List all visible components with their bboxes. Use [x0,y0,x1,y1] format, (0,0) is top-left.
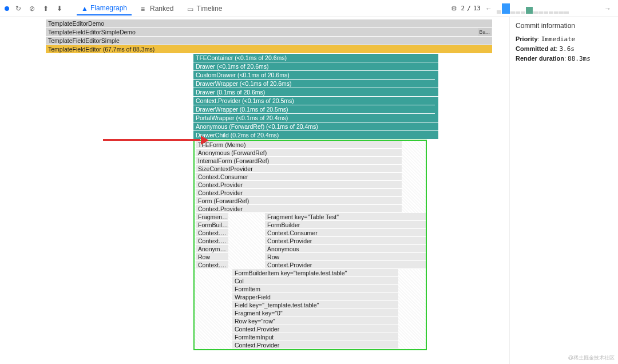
render-label: Render duration [516,55,564,62]
prev-arrow-icon[interactable]: ← [483,5,494,13]
flame-label: TemplateFieldEditorSimpleDemo [48,29,136,35]
flame-bar[interactable]: InternalForm (ForwardRef) [196,157,402,165]
tab-ranked[interactable]: ≡ Ranked [136,2,178,15]
flame-bar[interactable]: Context.Provider [232,325,398,333]
flame-bar[interactable]: Anonymous (ForwardRef) (<0.1ms of 20.4ms… [193,122,438,130]
flame-stubs [435,74,438,118]
flame-bar[interactable]: Context.Provider [196,189,402,197]
flame-bar[interactable]: Form (ForwardRef) [196,197,402,205]
flame-bar[interactable]: FormBuilderItem key="template.test.table… [232,269,398,277]
flame-bar[interactable]: DrawerWrapper (<0.1ms of 20.6ms) [193,80,438,88]
flame-bar[interactable]: Context.Provider [196,181,402,189]
commit-counter-current: 2 [461,5,465,12]
tab-timeline[interactable]: ▭ Timeline [183,2,227,15]
flamegraph-icon: ▲ [81,5,88,11]
flame-bar[interactable]: Col [232,277,398,285]
render-value: 88.3ms [568,55,591,62]
flame-bar[interactable]: Row key="row" [232,317,398,325]
flame-bar[interactable]: Context.Pr... [196,261,228,269]
upload-icon[interactable]: ⬆ [41,4,50,13]
tab-label-flamegraph: Flamegraph [90,4,127,12]
download-icon[interactable]: ⬇ [55,4,64,13]
flame-bar[interactable]: Context.Consumer [196,173,402,181]
flame-bar[interactable]: Drawer (<0.1ms of 20.6ms) [193,62,438,70]
flame-bar[interactable]: FormItemInput [232,333,398,341]
render-row: Render duration: 88.3ms [516,55,612,62]
flame-bar[interactable]: Fragment key="Table Test" [265,213,426,221]
flame-bar[interactable]: Context.Provider [196,205,402,213]
flame-bar[interactable]: Context.Provider (<0.1ms of 20.5ms) [193,97,438,105]
commit-counter-total: 13 [473,5,481,12]
flame-bar[interactable]: Row [265,253,426,261]
flame-bar[interactable]: TFEForm (Memo) [196,141,402,149]
flame-bar[interactable]: TemplateEditorDemo [46,19,492,27]
flame-bar[interactable]: Anonymous (ForwardRef) [196,149,402,157]
toolbar: ↻ ⊘ ⬆ ⬇ ▲ Flamegraph ≡ Ranked ▭ Timeline… [0,0,618,17]
reload-icon[interactable]: ↻ [14,4,23,13]
highlight-region: TFEForm (Memo) Anonymous (ForwardRef) In… [193,140,427,350]
flame-bar[interactable]: Context.Provider [265,237,426,245]
tab-label-ranked: Ranked [150,5,173,13]
timeline-icon: ▭ [187,5,194,12]
flame-bar-selected[interactable]: TemplateFieldEditor (67.7ms of 88.3ms) [46,45,492,53]
toolbar-center: ⚙ 2 / 13 ← → [450,3,614,14]
flame-bar[interactable]: TemplateFieldEditorSimpleDemo Ba... [46,28,492,36]
flame-bar[interactable]: Fragment k... [196,213,228,221]
priority-row: Priority: Immediate [516,35,612,43]
commit-counter-sep: / [467,5,471,12]
record-dot-icon[interactable] [5,6,9,11]
flame-bar[interactable]: Row [196,253,228,261]
flame-bar[interactable]: SizeContextProvider [196,165,402,173]
main: TemplateEditorDemo TemplateFieldEditorSi… [0,17,618,364]
ranked-icon: ≡ [141,5,148,12]
committed-label: Committed at [516,45,556,52]
flamegraph-area[interactable]: TemplateEditorDemo TemplateFieldEditorSi… [0,17,509,364]
tab-label-timeline: Timeline [196,5,222,13]
flame-bar[interactable]: FormBuilder [196,221,228,229]
clear-icon[interactable]: ⊘ [27,4,37,13]
priority-value: Immediate [541,35,576,43]
flame-bar[interactable]: DrawerChild (0.2ms of 20.4ms) [193,131,438,139]
commit-overview-chart[interactable] [497,3,600,14]
flame-bar[interactable]: Field key="_template.test.table" [232,301,398,309]
flame-bar[interactable]: Context.Provider [265,261,426,269]
commit-info-panel: Commit information Priority: Immediate C… [509,17,618,364]
flame-bar[interactable]: Context.Co... [196,229,228,237]
flame-bar[interactable]: CustomDrawer (<0.1ms of 20.6ms) [193,71,438,79]
priority-label: Priority [516,35,538,42]
tab-flamegraph[interactable]: ▲ Flamegraph [77,2,132,15]
toolbar-left: ↻ ⊘ ⬆ ⬇ ▲ Flamegraph ≡ Ranked ▭ Timeline [5,2,227,15]
flame-bar[interactable]: FormBuilder [265,221,426,229]
flame-bar[interactable]: Fragment key="0" [232,309,398,317]
watermark: @稀土掘金技术社区 [568,354,615,362]
flame-bar[interactable]: Anonymous [265,245,426,253]
flame-bar[interactable]: Context.Consumer [265,229,426,237]
gear-icon[interactable]: ⚙ [450,4,459,13]
flame-badge: Ba... [478,28,491,36]
flame-bar[interactable]: FormItem [232,285,398,293]
flame-bar[interactable]: TemplateFieldEditorSimple [46,37,492,45]
flame-bar[interactable]: DrawerWrapper (0.1ms of 20.5ms) [193,105,438,113]
next-arrow-icon[interactable]: → [602,5,613,13]
flame-bar[interactable]: Context.Provider [232,341,398,349]
flame-bar[interactable]: Drawer (0.1ms of 20.6ms) [193,88,438,96]
flame-bar[interactable]: PortalWrapper (<0.1ms of 20.4ms) [193,114,438,122]
committed-value: 3.6s [559,45,575,53]
committed-row: Committed at: 3.6s [516,45,612,53]
flame-bar[interactable]: Anonymous [196,245,228,253]
flame-bar[interactable]: Context.Pr... [196,237,228,245]
panel-title: Commit information [516,22,612,30]
flame-bar[interactable]: WrapperField [232,293,398,301]
flame-bar[interactable]: TFEContainer (<0.1ms of 20.6ms) [193,54,438,62]
